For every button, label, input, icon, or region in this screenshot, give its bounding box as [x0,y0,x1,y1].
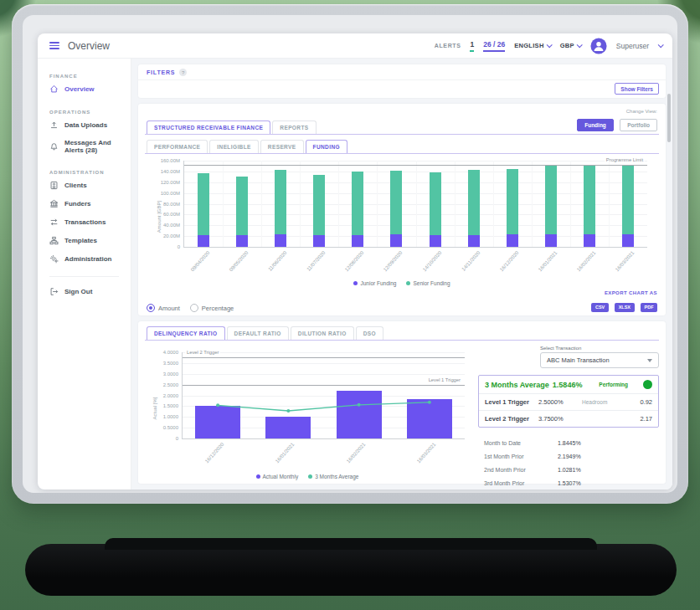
junior-funding-bar[interactable] [584,234,595,247]
line-data-point[interactable] [358,403,361,407]
sidebar-item-messages-alerts[interactable]: Messages And Alerts (28) [49,139,131,154]
avg-value: 1.5846% [553,381,583,389]
senior-funding-bar[interactable] [545,165,557,234]
line-data-point[interactable] [216,403,219,407]
junior-funding-bar[interactable] [430,235,441,247]
tab-dilution-ratio[interactable]: DILUTION RATIO [291,326,354,340]
junior-funding-bar[interactable] [507,234,518,247]
gridline [455,161,456,247]
export-csv-button[interactable]: CSV [591,303,608,312]
sidebar-item-clients[interactable]: Clients [49,181,131,190]
sidebar-item-transactions[interactable]: Transactions [49,218,131,227]
tab-delinquency-ratio[interactable]: DELINQUENCY RATIO [147,326,225,340]
x-axis-label: 09/05/2020 [229,250,250,272]
show-filters-button[interactable]: Show Filters [615,83,659,95]
funding-stacked-bar-chart: Amount [GBP] Programme Limit09/04/202009… [145,156,659,278]
line-data-point[interactable] [286,409,290,413]
tab-default-ratio[interactable]: DEFAULT RATIO [227,326,289,340]
senior-funding-bar[interactable] [236,177,248,235]
sidebar-item-overview[interactable]: Overview [49,85,131,94]
history-label: 2nd Month Prior [484,467,558,473]
legend-item[interactable]: Actual Monthly [256,474,299,479]
junior-funding-bar[interactable] [352,235,363,247]
tab-dso[interactable]: DSO [356,326,383,340]
amount-radio[interactable]: Amount [147,304,180,312]
senior-funding-bar[interactable] [468,170,480,235]
amount-percentage-toggle: Amount Percentage [147,304,234,312]
senior-funding-bar[interactable] [584,165,595,233]
help-icon[interactable]: ? [179,69,187,76]
junior-funding-bar[interactable] [468,235,480,247]
junior-funding-bar[interactable] [390,234,402,247]
export-pdf-button[interactable]: PDF [641,303,657,312]
x-axis-label: 16/12/2020 [204,442,225,464]
junior-funding-bar[interactable] [622,234,634,247]
currency-dropdown[interactable]: GBP [560,42,581,49]
user-menu-chevron-icon[interactable] [658,42,664,48]
history-value: 1.0281% [558,467,581,473]
cogs-icon [49,254,59,264]
junior-funding-bar[interactable] [198,235,209,247]
export-xlsx-button[interactable]: XLSX [615,303,634,312]
tab-funding[interactable]: FUNDING [306,140,347,153]
senior-funding-bar[interactable] [198,173,209,234]
junior-funding-bar[interactable] [545,234,557,247]
alert-count-primary[interactable]: 1 [470,40,474,52]
history-value: 2.1949% [558,454,581,459]
sidebar-item-funders[interactable]: Funders [49,199,131,208]
sidebar-item-administration[interactable]: Administration [49,254,131,264]
legend-label: Senior Funding [413,280,450,286]
radio-icon [190,304,198,312]
funding-subtabs: PERFORMANCE INELIGIBLE RESERVE FUNDING [145,140,659,154]
chart-plot-area: Programme Limit09/04/202009/05/202011/06… [183,161,647,248]
portfolio-view-button[interactable]: Portfolio [620,119,657,131]
senior-funding-bar[interactable] [275,170,286,234]
vertical-scrollbar[interactable] [667,94,671,142]
senior-funding-bar[interactable] [352,172,363,235]
y-axis-tick-label: 3.0000 [145,372,178,377]
legend-item[interactable]: Junior Funding [353,280,396,286]
menu-toggle-icon[interactable] [49,42,59,49]
x-axis-label: 16/03/2021 [615,250,636,272]
language-dropdown[interactable]: ENGLISH [514,42,550,49]
senior-funding-bar[interactable] [313,175,325,236]
y-axis-tick-label: 40.00M [147,223,180,228]
sidebar-item-data-uploads[interactable]: Data Uploads [49,120,131,130]
senior-funding-bar[interactable] [507,169,518,233]
sidebar-item-sign-out[interactable]: Sign Out [49,276,119,296]
primary-tabs: STRUCTURED RECEIVABLE FINANCE REPORTS Ch… [145,109,659,135]
legend-dot-icon [353,281,358,285]
history-label: Month to Date [484,440,558,446]
home-icon [49,85,59,94]
sidebar-item-templates[interactable]: Templates [49,236,131,245]
user-avatar-icon[interactable] [590,38,607,54]
junior-funding-bar[interactable] [236,235,248,247]
legend-item[interactable]: 3 Months Average [308,474,358,479]
legend-item[interactable]: Senior Funding [406,280,450,286]
tab-reserve[interactable]: RESERVE [260,140,304,153]
radio-icon [147,304,155,312]
transaction-select[interactable]: ABC Main Transaction [540,352,659,368]
senior-funding-bar[interactable] [390,171,402,234]
sidebar-item-label: Data Uploads [64,121,107,129]
y-axis-tick-label: 0.5000 [145,425,178,430]
junior-funding-bar[interactable] [275,234,286,247]
funding-view-button[interactable]: Funding [577,119,614,131]
legend-label: Junior Funding [360,280,396,286]
history-row: 3rd Month Prior1.5307% [478,476,659,490]
senior-funding-bar[interactable] [622,165,634,233]
tab-structured-receivable-finance[interactable]: STRUCTURED RECEIVABLE FINANCE [147,120,270,134]
id-card-icon [49,181,59,190]
x-axis-label: 11/07/2020 [306,250,326,272]
alert-count-secondary[interactable]: 26 / 26 [483,40,505,52]
funding-chart-legend: Junior FundingSenior Funding [145,278,659,288]
tab-reports[interactable]: REPORTS [272,120,316,134]
senior-funding-bar[interactable] [430,172,441,235]
gridline [300,161,301,247]
tab-performance[interactable]: PERFORMANCE [147,140,208,153]
chart-plot-area: Level 1 TriggerLevel 2 Trigger16/12/2020… [182,352,465,439]
percentage-radio[interactable]: Percentage [190,304,234,312]
junior-funding-bar[interactable] [313,235,325,247]
tab-ineligible[interactable]: INELIGIBLE [209,140,258,153]
line-data-point[interactable] [428,401,431,404]
